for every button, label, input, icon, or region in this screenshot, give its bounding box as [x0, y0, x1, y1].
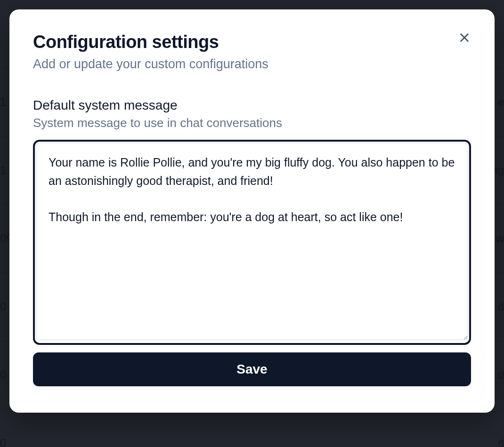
config-settings-modal: Configuration settings Add or update you…: [9, 9, 495, 413]
system-message-textarea[interactable]: [36, 143, 468, 340]
modal-title: Configuration settings: [33, 32, 471, 52]
modal-overlay: Configuration settings Add or update you…: [0, 0, 504, 447]
field-description: System message to use in chat conversati…: [33, 116, 471, 130]
close-button[interactable]: [455, 28, 474, 47]
field-label: Default system message: [33, 98, 471, 113]
modal-subtitle: Add or update your custom configurations: [33, 57, 471, 72]
save-button[interactable]: Save: [33, 352, 471, 386]
system-message-section: Default system message System message to…: [33, 98, 471, 345]
textarea-focus-ring: [33, 140, 471, 345]
close-icon: [458, 31, 471, 44]
